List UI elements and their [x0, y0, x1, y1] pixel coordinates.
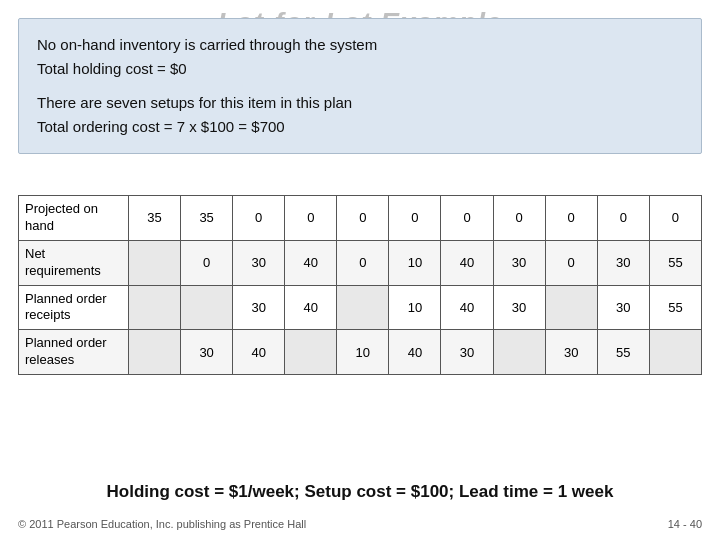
table-cell: 30 — [545, 330, 597, 375]
table-cell: 0 — [597, 196, 649, 241]
table-cell: 30 — [597, 285, 649, 330]
copyright-text: © 2011 Pearson Education, Inc. publishin… — [18, 518, 306, 530]
table-cell: 55 — [649, 285, 701, 330]
table-cell — [181, 285, 233, 330]
table-cell — [129, 330, 181, 375]
table-cell — [545, 285, 597, 330]
table-cell: 0 — [649, 196, 701, 241]
table-cell: 35 — [181, 196, 233, 241]
table-cell — [649, 330, 701, 375]
table-row: Planned order releases30401040303055 — [19, 330, 702, 375]
table-cell: 30 — [493, 285, 545, 330]
table-cell: 35 — [129, 196, 181, 241]
footer-text: Holding cost = $1/week; Setup cost = $10… — [18, 482, 702, 502]
table-cell — [129, 240, 181, 285]
row-label: Planned order releases — [19, 330, 129, 375]
table-cell — [129, 285, 181, 330]
table-cell: 10 — [337, 330, 389, 375]
table-row: Projected on hand3535000000000 — [19, 196, 702, 241]
table-cell — [493, 330, 545, 375]
row-label: Net requirements — [19, 240, 129, 285]
table-cell: 30 — [181, 330, 233, 375]
page-number: 14 - 40 — [668, 518, 702, 530]
table-cell: 40 — [441, 285, 493, 330]
table-cell: 0 — [233, 196, 285, 241]
row-label: Planned order receipts — [19, 285, 129, 330]
table-cell: 30 — [597, 240, 649, 285]
table-cell: 30 — [233, 240, 285, 285]
table-cell: 40 — [389, 330, 441, 375]
table-cell: 40 — [233, 330, 285, 375]
table-cell: 30 — [441, 330, 493, 375]
table-cell — [337, 285, 389, 330]
table-cell: 0 — [285, 196, 337, 241]
table-cell — [285, 330, 337, 375]
table-cell: 0 — [337, 196, 389, 241]
table-cell: 0 — [545, 240, 597, 285]
table-cell: 0 — [389, 196, 441, 241]
info-line-1a: No on-hand inventory is carried through … — [37, 33, 683, 57]
table-cell: 30 — [493, 240, 545, 285]
info-box: No on-hand inventory is carried through … — [18, 18, 702, 154]
info-group-2: There are seven setups for this item in … — [37, 91, 683, 139]
info-group-1: No on-hand inventory is carried through … — [37, 33, 683, 81]
table-cell: 10 — [389, 285, 441, 330]
data-table-area: Projected on hand3535000000000Net requir… — [18, 195, 702, 375]
table-cell: 0 — [181, 240, 233, 285]
table-cell: 40 — [441, 240, 493, 285]
table-cell: 55 — [597, 330, 649, 375]
info-line-1b: Total holding cost = $0 — [37, 57, 683, 81]
table-cell: 40 — [285, 240, 337, 285]
info-line-2b: Total ordering cost = 7 x $100 = $700 — [37, 115, 683, 139]
table-cell: 0 — [441, 196, 493, 241]
table-row: Net requirements03040010403003055 — [19, 240, 702, 285]
table-cell: 55 — [649, 240, 701, 285]
table-cell: 0 — [545, 196, 597, 241]
table-cell: 40 — [285, 285, 337, 330]
table-cell: 10 — [389, 240, 441, 285]
info-line-2a: There are seven setups for this item in … — [37, 91, 683, 115]
row-label: Projected on hand — [19, 196, 129, 241]
mrp-table: Projected on hand3535000000000Net requir… — [18, 195, 702, 375]
table-cell: 30 — [233, 285, 285, 330]
table-row: Planned order receipts30401040303055 — [19, 285, 702, 330]
table-cell: 0 — [337, 240, 389, 285]
table-cell: 0 — [493, 196, 545, 241]
